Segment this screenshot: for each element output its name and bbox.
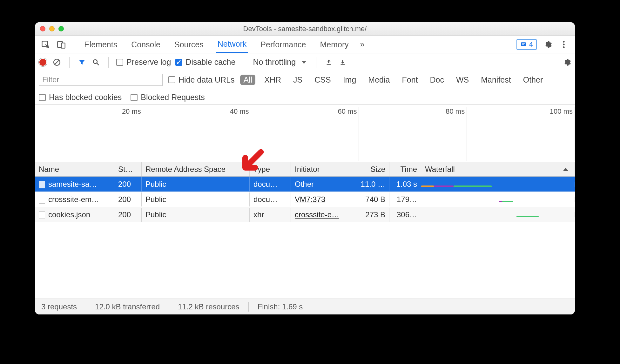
hide-data-urls-checkbox[interactable]: Hide data URLs bbox=[168, 75, 234, 84]
tab-network[interactable]: Network bbox=[216, 36, 248, 53]
record-button[interactable] bbox=[38, 57, 48, 67]
panel-tabs: ElementsConsoleSourcesNetworkPerformance… bbox=[35, 36, 575, 53]
filter-type-other[interactable]: Other bbox=[520, 75, 546, 85]
cell-name: crosssite-em… bbox=[35, 192, 114, 206]
filter-type-img[interactable]: Img bbox=[340, 75, 360, 85]
timeline-tick: 80 ms bbox=[359, 107, 467, 161]
svg-line-10 bbox=[55, 60, 59, 64]
cell-name: cookies.json bbox=[35, 208, 114, 222]
request-row[interactable]: crosssite-em…200Publicdocu…VM7:373740 B1… bbox=[35, 192, 575, 207]
svg-rect-4 bbox=[522, 43, 525, 44]
cell-name: samesite-sa… bbox=[35, 177, 114, 191]
cell-remote-address-space: Public bbox=[142, 177, 250, 191]
blocked-requests-checkbox[interactable]: Blocked Requests bbox=[131, 93, 205, 102]
preserve-log-checkbox[interactable]: Preserve log bbox=[116, 57, 171, 67]
has-blocked-cookies-checkbox[interactable]: Has blocked cookies bbox=[39, 93, 122, 102]
cell-waterfall bbox=[421, 212, 575, 217]
tab-sources[interactable]: Sources bbox=[173, 36, 205, 53]
cell-size: 273 B bbox=[353, 208, 389, 222]
filter-type-doc[interactable]: Doc bbox=[427, 75, 447, 85]
request-row[interactable]: samesite-sa…200Publicdocu…Other11.0 …1.0… bbox=[35, 177, 575, 192]
inspect-element-icon[interactable] bbox=[41, 40, 50, 49]
upload-icon[interactable] bbox=[324, 57, 334, 67]
cell-initiator[interactable]: crosssite-e… bbox=[291, 208, 353, 222]
waterfall-segment bbox=[421, 185, 434, 187]
file-icon bbox=[39, 196, 45, 204]
zoom-window-button[interactable] bbox=[58, 26, 64, 31]
request-row[interactable]: cookies.json200Publicxhrcrosssite-e…273 … bbox=[35, 207, 575, 222]
cell-type: xhr bbox=[250, 208, 291, 222]
minimize-window-button[interactable] bbox=[49, 26, 55, 31]
file-icon bbox=[39, 181, 45, 188]
tab-console[interactable]: Console bbox=[130, 36, 162, 53]
window-title: DevTools - samesite-sandbox.glitch.me/ bbox=[35, 25, 575, 33]
waterfall-segment bbox=[454, 185, 492, 187]
timeline-tick: 100 ms bbox=[467, 107, 575, 161]
status-bar: 3 requests 12.0 kB transferred 11.2 kB r… bbox=[35, 299, 575, 314]
timeline-overview[interactable]: 20 ms40 ms60 ms80 ms100 ms bbox=[35, 105, 575, 162]
filter-type-js[interactable]: JS bbox=[290, 75, 306, 85]
waterfall-segment bbox=[516, 216, 539, 217]
col-initiator[interactable]: Initiator bbox=[291, 162, 353, 176]
status-requests: 3 requests bbox=[39, 302, 79, 311]
search-icon[interactable] bbox=[91, 57, 101, 67]
col-size[interactable]: Size bbox=[353, 162, 389, 176]
preserve-log-label: Preserve log bbox=[126, 57, 171, 67]
filter-bar: Hide data URLs AllXHRJSCSSImgMediaFontDo… bbox=[35, 71, 575, 105]
filter-type-font[interactable]: Font bbox=[399, 75, 421, 85]
titlebar: DevTools - samesite-sandbox.glitch.me/ bbox=[35, 22, 575, 36]
has-blocked-cookies-label: Has blocked cookies bbox=[49, 93, 122, 102]
cell-time: 1.03 s bbox=[389, 177, 421, 191]
filter-icon[interactable] bbox=[77, 57, 87, 67]
requests-table: Name St… Remote Address Space Type Initi… bbox=[35, 162, 575, 299]
disable-cache-label: Disable cache bbox=[185, 57, 235, 67]
device-toolbar-icon[interactable] bbox=[57, 40, 66, 49]
waterfall-segment bbox=[499, 201, 502, 202]
issues-badge[interactable]: 4 bbox=[516, 39, 537, 50]
cell-status: 200 bbox=[114, 208, 142, 222]
download-icon[interactable] bbox=[338, 57, 347, 67]
svg-line-12 bbox=[97, 63, 99, 65]
col-time[interactable]: Time bbox=[389, 162, 421, 176]
col-status[interactable]: St… bbox=[114, 162, 142, 176]
tab-performance[interactable]: Performance bbox=[259, 36, 307, 53]
col-waterfall[interactable]: Waterfall bbox=[421, 162, 575, 176]
col-remote-address-space[interactable]: Remote Address Space bbox=[142, 162, 250, 176]
waterfall-segment bbox=[502, 201, 513, 202]
filter-type-ws[interactable]: WS bbox=[453, 75, 472, 85]
filter-input[interactable] bbox=[39, 74, 163, 86]
throttling-select[interactable]: No throttling bbox=[251, 57, 308, 67]
filter-type-manifest[interactable]: Manifest bbox=[478, 75, 514, 85]
chevron-down-icon bbox=[301, 61, 307, 64]
filter-type-media[interactable]: Media bbox=[365, 75, 393, 85]
tab-memory[interactable]: Memory bbox=[319, 36, 350, 53]
svg-rect-2 bbox=[61, 43, 65, 48]
tab-elements[interactable]: Elements bbox=[83, 36, 118, 53]
filter-type-all[interactable]: All bbox=[240, 75, 255, 85]
svg-rect-14 bbox=[341, 64, 345, 65]
cell-time: 306… bbox=[389, 208, 421, 222]
file-icon bbox=[39, 211, 45, 219]
cell-time: 179… bbox=[389, 192, 421, 206]
cell-initiator[interactable]: VM7:373 bbox=[291, 192, 353, 206]
status-resources: 11.2 kB resources bbox=[176, 302, 241, 311]
more-tabs-icon[interactable]: » bbox=[358, 40, 367, 49]
col-name[interactable]: Name bbox=[35, 162, 114, 176]
disable-cache-checkbox[interactable]: ✓ Disable cache bbox=[175, 57, 235, 67]
close-window-button[interactable] bbox=[40, 26, 45, 31]
col-type[interactable]: Type bbox=[250, 162, 291, 176]
svg-point-6 bbox=[563, 41, 564, 42]
svg-point-7 bbox=[563, 44, 564, 45]
filter-type-xhr[interactable]: XHR bbox=[261, 75, 284, 85]
table-header: Name St… Remote Address Space Type Initi… bbox=[35, 162, 575, 177]
kebab-menu-icon[interactable] bbox=[559, 40, 569, 49]
network-settings-icon[interactable] bbox=[562, 57, 572, 67]
status-transferred: 12.0 kB transferred bbox=[93, 302, 162, 311]
cell-initiator: Other bbox=[291, 177, 353, 191]
svg-point-11 bbox=[93, 60, 97, 64]
cell-remote-address-space: Public bbox=[142, 208, 250, 222]
filter-type-css[interactable]: CSS bbox=[311, 75, 334, 85]
settings-icon[interactable] bbox=[543, 40, 553, 49]
cell-waterfall bbox=[421, 197, 575, 202]
clear-icon[interactable] bbox=[52, 57, 62, 67]
